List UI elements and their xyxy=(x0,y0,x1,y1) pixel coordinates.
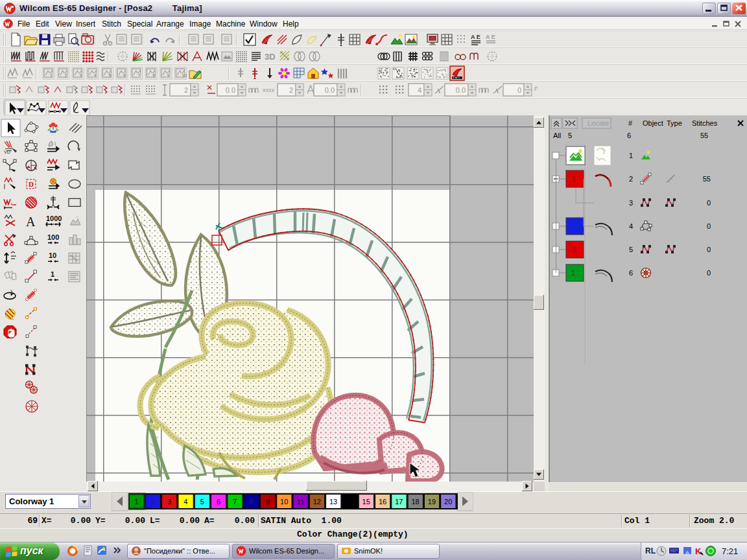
svg-text:0.0: 0.0 xyxy=(325,86,335,94)
svg-text:5: 5 xyxy=(629,246,633,253)
svg-text:7: 7 xyxy=(138,73,141,78)
svg-text:4: 4 xyxy=(94,73,97,78)
svg-text:#: # xyxy=(628,119,633,127)
svg-text:14: 14 xyxy=(346,498,353,506)
svg-text:0: 0 xyxy=(707,246,711,253)
svg-text:5: 5 xyxy=(200,498,204,506)
svg-text:A E: A E xyxy=(486,34,495,40)
svg-text:1: 1 xyxy=(571,270,575,277)
svg-text:3: 3 xyxy=(629,199,633,207)
svg-text:10: 10 xyxy=(49,251,56,259)
svg-text:9: 9 xyxy=(167,73,170,78)
svg-text:xxxx: xxxx xyxy=(263,87,275,93)
svg-text:4: 4 xyxy=(418,86,421,94)
svg-text:0: 0 xyxy=(517,86,521,94)
svg-text:3: 3 xyxy=(167,498,171,506)
svg-text:16: 16 xyxy=(379,498,386,506)
svg-text:Object: Object xyxy=(643,119,663,127)
svg-text:1: 1 xyxy=(629,152,633,159)
svg-text:2: 2 xyxy=(65,73,67,78)
svg-text:1: 1 xyxy=(134,498,138,506)
svg-text:19: 19 xyxy=(428,498,436,506)
svg-text:3D: 3D xyxy=(265,52,276,62)
svg-text:12: 12 xyxy=(313,498,321,506)
svg-text:0: 0 xyxy=(707,199,711,207)
svg-text:2: 2 xyxy=(629,175,633,183)
svg-text:6: 6 xyxy=(123,73,126,78)
svg-text:17: 17 xyxy=(395,498,403,506)
svg-text:A E: A E xyxy=(471,34,480,40)
svg-text:7: 7 xyxy=(233,498,237,506)
svg-text:1: 1 xyxy=(50,73,53,78)
svg-text:1000: 1000 xyxy=(46,215,62,222)
svg-text:4: 4 xyxy=(184,498,187,506)
svg-text:3: 3 xyxy=(571,246,575,253)
svg-text:8: 8 xyxy=(152,73,155,78)
svg-text:Stitches: Stitches xyxy=(692,119,718,127)
svg-text:Locate: Locate xyxy=(587,119,609,127)
svg-text:0: 0 xyxy=(707,269,711,277)
svg-text:0.0: 0.0 xyxy=(226,86,235,94)
svg-text:18: 18 xyxy=(411,498,419,506)
svg-text:15: 15 xyxy=(362,498,370,506)
svg-text:D: D xyxy=(29,180,34,188)
svg-text:11: 11 xyxy=(297,498,304,506)
svg-text:1: 1 xyxy=(51,270,54,278)
svg-text:K: K xyxy=(695,546,702,556)
svg-text:F: F xyxy=(534,86,538,92)
svg-text:Type: Type xyxy=(667,119,682,127)
svg-text:VD: VD xyxy=(4,150,10,154)
svg-text:20: 20 xyxy=(444,498,452,506)
svg-text:10: 10 xyxy=(280,498,288,506)
svg-text:10: 10 xyxy=(182,73,187,78)
svg-text:13: 13 xyxy=(329,498,337,506)
svg-text:0: 0 xyxy=(707,222,711,230)
svg-text:2: 2 xyxy=(289,86,293,94)
svg-text:2: 2 xyxy=(151,498,155,506)
svg-text:100: 100 xyxy=(47,233,59,241)
svg-text:6: 6 xyxy=(217,498,220,506)
svg-text:3: 3 xyxy=(79,73,82,78)
svg-text:55: 55 xyxy=(703,175,711,183)
svg-text:5: 5 xyxy=(108,73,111,78)
svg-text:6: 6 xyxy=(629,269,633,277)
svg-text:9: 9 xyxy=(266,498,270,506)
svg-text:8: 8 xyxy=(250,498,254,506)
svg-text:2: 2 xyxy=(184,86,188,94)
svg-text:3: 3 xyxy=(571,176,575,183)
svg-text:4: 4 xyxy=(629,222,633,230)
svg-text:0.0: 0.0 xyxy=(456,86,466,94)
svg-text:A: A xyxy=(26,215,36,229)
